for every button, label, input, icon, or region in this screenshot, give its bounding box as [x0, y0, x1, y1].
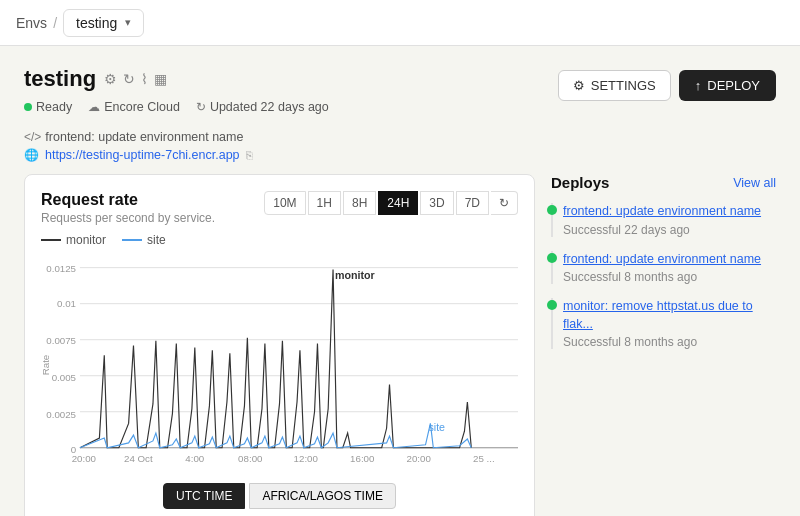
- utc-timezone-button[interactable]: UTC TIME: [163, 483, 245, 509]
- time-btn-10m[interactable]: 10M: [264, 191, 305, 215]
- settings-small-icon[interactable]: ⚙: [104, 71, 117, 87]
- svg-text:25 ...: 25 ...: [473, 453, 495, 464]
- deploy-success-dot-0: [547, 205, 557, 215]
- breadcrumb: Envs / testing ▾: [16, 9, 144, 37]
- breadcrumb-separator: /: [53, 15, 57, 31]
- svg-text:0.0075: 0.0075: [46, 335, 76, 346]
- svg-text:0.0025: 0.0025: [46, 409, 76, 420]
- top-navigation: Envs / testing ▾: [0, 0, 800, 46]
- status-item: Ready: [24, 100, 72, 114]
- status-dot: [24, 103, 32, 111]
- header-buttons: ⚙ SETTINGS ↑ DEPLOY: [558, 70, 776, 101]
- legend-site-label: site: [147, 233, 166, 247]
- clock-icon: ↻: [196, 100, 206, 114]
- time-btn-24h[interactable]: 24H: [378, 191, 418, 215]
- chart-title-group: Request rate Requests per second by serv…: [41, 191, 215, 225]
- chevron-down-icon: ▾: [125, 16, 131, 29]
- env-dropdown[interactable]: testing ▾: [63, 9, 144, 37]
- updated-item: ↻ Updated 22 days ago: [196, 100, 329, 114]
- commit-text: frontend: update environment name: [45, 130, 243, 144]
- svg-text:20:00: 20:00: [407, 453, 432, 464]
- legend-monitor: monitor: [41, 233, 106, 247]
- settings-button[interactable]: ⚙ SETTINGS: [558, 70, 671, 101]
- url-row: 🌐 https://testing-uptime-7chi.encr.app ⎘: [24, 148, 558, 162]
- deploy-name-1[interactable]: frontend: update environment name: [563, 251, 776, 269]
- env-dropdown-label: testing: [76, 15, 117, 31]
- settings-button-label: SETTINGS: [591, 78, 656, 93]
- deploy-button[interactable]: ↑ DEPLOY: [679, 70, 776, 101]
- time-btn-3d[interactable]: 3D: [420, 191, 453, 215]
- page-title: testing: [24, 66, 96, 92]
- deploys-panel: Deploys View all frontend: update enviro…: [551, 174, 776, 516]
- settings-sliders-icon: ⚙: [573, 78, 585, 93]
- deploys-title: Deploys: [551, 174, 609, 191]
- svg-text:0.0125: 0.0125: [46, 263, 76, 274]
- deploy-item-2: monitor: remove httpstat.us due to flak.…: [551, 298, 776, 349]
- main-content: testing ⚙ ↻ ⌇ ▦ Ready ☁ Encore Cloud: [0, 46, 800, 516]
- time-controls: 10M 1H 8H 24H 3D 7D ↻: [264, 191, 518, 215]
- deploy-meta-1: Successful 8 months ago: [563, 270, 776, 284]
- env-url-link[interactable]: https://testing-uptime-7chi.encr.app: [45, 148, 240, 162]
- page-title-row: testing ⚙ ↻ ⌇ ▦: [24, 66, 558, 92]
- svg-text:site: site: [428, 421, 445, 433]
- chart-legend: monitor site: [41, 233, 518, 247]
- chart-panel: Request rate Requests per second by serv…: [24, 174, 535, 516]
- svg-text:12:00: 12:00: [294, 453, 319, 464]
- deploy-meta-0: Successful 22 days ago: [563, 223, 776, 237]
- deploy-success-dot-1: [547, 253, 557, 263]
- svg-text:20:00: 20:00: [72, 453, 97, 464]
- chart-footer: UTC TIME AFRICA/LAGOS TIME: [41, 483, 518, 509]
- deploy-item-1: frontend: update environment name Succes…: [551, 251, 776, 285]
- page-header-left: testing ⚙ ↻ ⌇ ▦ Ready ☁ Encore Cloud: [24, 66, 558, 162]
- deploy-name-0[interactable]: frontend: update environment name: [563, 203, 776, 221]
- refresh-chart-button[interactable]: ↻: [491, 191, 518, 215]
- view-all-link[interactable]: View all: [733, 176, 776, 190]
- code-icon: </>: [24, 130, 41, 144]
- svg-text:16:00: 16:00: [350, 453, 375, 464]
- refresh-icon[interactable]: ↻: [123, 71, 135, 87]
- svg-text:08:00: 08:00: [238, 453, 263, 464]
- svg-text:0.01: 0.01: [57, 298, 76, 309]
- chart-title: Request rate: [41, 191, 215, 209]
- status-text: Ready: [36, 100, 72, 114]
- deploy-name-2[interactable]: monitor: remove httpstat.us due to flak.…: [563, 298, 776, 333]
- deploy-button-label: DEPLOY: [707, 78, 760, 93]
- meta-row: Ready ☁ Encore Cloud ↻ Updated 22 days a…: [24, 100, 558, 144]
- globe-icon: 🌐: [24, 148, 39, 162]
- legend-site: site: [122, 233, 166, 247]
- legend-monitor-label: monitor: [66, 233, 106, 247]
- site-line-icon: [122, 239, 142, 241]
- deploy-icon: ↑: [695, 78, 702, 93]
- chart-icon[interactable]: ▦: [154, 71, 167, 87]
- svg-text:24 Oct: 24 Oct: [124, 453, 153, 464]
- breadcrumb-envs[interactable]: Envs: [16, 15, 47, 31]
- page-header: testing ⚙ ↻ ⌇ ▦ Ready ☁ Encore Cloud: [24, 66, 776, 162]
- deploy-item-0: frontend: update environment name Succes…: [551, 203, 776, 237]
- svg-text:monitor: monitor: [335, 269, 375, 281]
- title-icons: ⚙ ↻ ⌇ ▦: [104, 71, 167, 87]
- monitor-line-icon: [41, 239, 61, 241]
- time-btn-7d[interactable]: 7D: [456, 191, 489, 215]
- chart-header: Request rate Requests per second by serv…: [41, 191, 518, 225]
- deploy-meta-2: Successful 8 months ago: [563, 335, 776, 349]
- content-area: Request rate Requests per second by serv…: [24, 174, 776, 516]
- chart-subtitle: Requests per second by service.: [41, 211, 215, 225]
- updated-text: Updated 22 days ago: [210, 100, 329, 114]
- svg-text:0.005: 0.005: [52, 372, 76, 383]
- lagos-timezone-button[interactable]: AFRICA/LAGOS TIME: [249, 483, 395, 509]
- copy-icon[interactable]: ⎘: [246, 149, 253, 161]
- time-btn-1h[interactable]: 1H: [308, 191, 341, 215]
- svg-text:4:00: 4:00: [185, 453, 205, 464]
- activity-icon[interactable]: ⌇: [141, 71, 148, 87]
- cloud-icon: ☁: [88, 100, 100, 114]
- cloud-item: ☁ Encore Cloud: [88, 100, 180, 114]
- deploy-success-dot-2: [547, 300, 557, 310]
- commit-item: </> frontend: update environment name: [24, 130, 243, 144]
- time-btn-8h[interactable]: 8H: [343, 191, 376, 215]
- chart-svg: 0.0125 0.01 0.0075 0.005 0.0025 0 Rate: [41, 255, 518, 475]
- svg-text:Rate: Rate: [41, 355, 51, 376]
- chart-area: 0.0125 0.01 0.0075 0.005 0.0025 0 Rate: [41, 255, 518, 475]
- cloud-text: Encore Cloud: [104, 100, 180, 114]
- deploys-header: Deploys View all: [551, 174, 776, 191]
